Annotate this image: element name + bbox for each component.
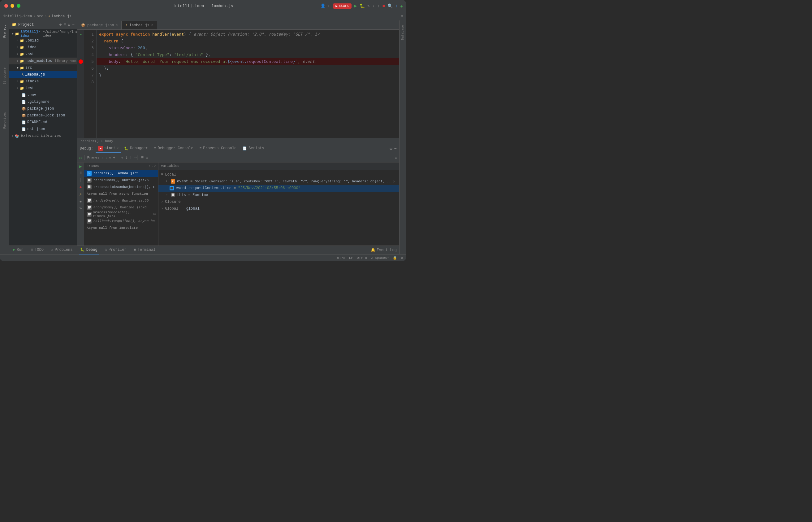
structure-icon[interactable]: ⊞: [401, 14, 403, 19]
tree-item-sst[interactable]: › 📁 .sst: [9, 51, 77, 58]
debug-minimize-icon[interactable]: −: [394, 146, 397, 151]
breakpoint-icon-side[interactable]: ●: [79, 185, 82, 190]
step-over-btn[interactable]: ↷: [367, 3, 370, 9]
maximize-button[interactable]: [17, 4, 20, 8]
bottom-tab-problems[interactable]: ⚠ Problems: [50, 246, 74, 255]
tab-lambda-js[interactable]: λ lambda.js ×: [122, 21, 157, 29]
frame-anonymous[interactable]: ⬜ anonymous(), Runtime.js:46: [84, 204, 158, 211]
breadcrumb-file[interactable]: λ lambda.js: [48, 14, 71, 19]
project-panel-icons[interactable]: ⊕ ≡ ⚙ −: [59, 22, 75, 27]
tree-item-test[interactable]: › 📁 test: [9, 85, 77, 92]
filter-icon[interactable]: ▽: [109, 156, 111, 160]
project-tab[interactable]: Project: [1, 22, 8, 41]
minimize-panel-icon[interactable]: −: [72, 22, 75, 27]
user-icon[interactable]: 👤: [320, 3, 326, 9]
run-config-btn[interactable]: ▶start: [333, 3, 352, 9]
section-global[interactable]: › Global = global: [159, 205, 399, 212]
frame-process-immediate[interactable]: ⬜ processImmediate(), timers.js:4 ∞: [84, 211, 158, 218]
layout-icon[interactable]: ⊟: [395, 155, 397, 160]
run-btn[interactable]: ▶: [354, 3, 357, 9]
run-to-cursor-btn[interactable]: →|: [134, 155, 139, 160]
bottom-tab-run[interactable]: ▶ Run: [12, 246, 25, 255]
frame-callback-trampoline[interactable]: ⬜ callbackTrampoline(), async_hc: [84, 218, 158, 224]
bottom-tab-profiler[interactable]: ◎ Profiler: [104, 246, 128, 255]
step-over-btn-debug[interactable]: ↷: [121, 155, 123, 160]
settings-icon-status[interactable]: ⚙: [401, 256, 403, 260]
collapse-frames-icon[interactable]: ↓: [105, 156, 107, 159]
tree-item-package-json[interactable]: 📦 package.json: [9, 105, 77, 112]
tab-package-json[interactable]: 📦 package.json ×: [77, 21, 122, 29]
frame-handleonce-69[interactable]: ⬜ handleOnce(), Runtime.js:69: [84, 197, 158, 204]
window-controls[interactable]: [4, 4, 20, 8]
tree-item-package-lock[interactable]: 📦 package-lock.json: [9, 112, 77, 119]
database-label[interactable]: Database: [401, 25, 404, 40]
more-icon-side[interactable]: »: [79, 206, 82, 211]
tree-item-lambda[interactable]: λ lambda.js: [9, 71, 77, 78]
search-btn[interactable]: 🔍: [388, 3, 393, 9]
debug-session-tab[interactable]: ▶ start ×: [96, 144, 121, 153]
frame-handler[interactable]: λ handler(), lambda.js:5: [84, 170, 158, 177]
tree-root[interactable]: ▼ 📁 intellij-idea ~/Sites/fwang/intellij…: [9, 31, 77, 37]
tree-item-build[interactable]: › 📁 .build: [9, 37, 77, 44]
indent[interactable]: 2 spaces*: [371, 256, 389, 260]
restart-debug-icon[interactable]: ↺: [79, 155, 82, 160]
cursor-position[interactable]: 5:78: [337, 256, 345, 260]
debug-right-icons[interactable]: ⊟: [395, 155, 397, 160]
tree-item-stacks[interactable]: › 📁 stacks: [9, 78, 77, 85]
stop-btn[interactable]: ■: [382, 3, 385, 8]
step-into-btn-debug[interactable]: ↓: [125, 155, 127, 160]
tree-item-node-modules[interactable]: › 📁 node_modules library root: [9, 58, 77, 64]
var-event-time[interactable]: ⬛ event.requestContext.time = "25/Nov/20…: [159, 185, 399, 192]
back-icon[interactable]: ←: [328, 3, 331, 8]
frames-down-icon[interactable]: ↓: [151, 164, 153, 168]
var-this[interactable]: › ⬜ this = Runtime: [159, 192, 399, 198]
collapse-icon[interactable]: ≡: [64, 22, 66, 27]
bottom-tab-terminal[interactable]: ▣ Terminal: [133, 246, 157, 255]
close-button[interactable]: [4, 4, 8, 8]
update-btn[interactable]: ↑: [395, 3, 398, 8]
step-out-btn[interactable]: ↑: [377, 3, 380, 8]
event-log-btn[interactable]: 🔔 Event Log: [371, 248, 397, 252]
plugin-btn[interactable]: ◈: [400, 3, 403, 9]
bottom-tab-debug[interactable]: 🐛 Debug: [79, 246, 99, 255]
settings-icon[interactable]: ⚙: [68, 22, 70, 27]
add-frame-icon[interactable]: +: [113, 156, 116, 160]
bottom-tab-todo[interactable]: ≡ TODO: [30, 246, 45, 255]
code-editor[interactable]: → 1 2 3 4 5: [77, 30, 399, 138]
encoding[interactable]: UTF-8: [357, 256, 367, 260]
tree-item-gitignore[interactable]: 📄 .gitignore: [9, 98, 77, 105]
debug-tab-actions[interactable]: ⚙ −: [390, 146, 397, 152]
debug-tab-console[interactable]: ≡ Debugger Console: [151, 144, 196, 153]
tree-item-src[interactable]: ▼ 📁 src: [9, 64, 77, 71]
section-closure[interactable]: › Closure: [159, 198, 399, 205]
tree-item-readme[interactable]: 📄 README.md: [9, 119, 77, 126]
breadcrumb-src[interactable]: src: [37, 14, 44, 19]
debug-tab-scripts[interactable]: 📄 Scripts: [240, 144, 267, 153]
var-event[interactable]: › E event = Object {version: "2.0", rout…: [159, 178, 399, 185]
step-out-btn-debug[interactable]: ↑: [130, 155, 132, 160]
code-content[interactable]: export async function handler(event) { e…: [97, 30, 399, 138]
favorites-tab[interactable]: Favorites: [1, 111, 8, 130]
lightning-icon-side[interactable]: ⚡: [79, 192, 82, 197]
tab-close-lambda-js[interactable]: ×: [151, 23, 153, 27]
structure-tab[interactable]: Structure: [1, 66, 8, 85]
stream-btn[interactable]: ⊞: [145, 155, 148, 160]
breadcrumb-project[interactable]: intellij-idea: [3, 14, 32, 19]
star-icon-side[interactable]: ★: [79, 199, 82, 204]
step-into-btn[interactable]: ↓: [372, 3, 375, 8]
section-local[interactable]: ▼ Local: [159, 171, 399, 178]
minimize-button[interactable]: [11, 4, 14, 8]
frame-process-ticks[interactable]: ⬜ processTicksAndRejections(), t: [84, 184, 158, 190]
line-ending[interactable]: LF: [349, 256, 353, 260]
play-icon-side[interactable]: ▶: [79, 164, 82, 169]
tree-item-sst-json[interactable]: 📄 sst.json: [9, 126, 77, 133]
locate-icon[interactable]: ⊕: [59, 22, 62, 27]
frame-handleonce-76[interactable]: ⬜ handleOnce(), Runtime.js:76: [84, 177, 158, 184]
breadcrumb-actions[interactable]: ⊞: [401, 14, 403, 19]
session-close[interactable]: ×: [117, 147, 119, 150]
expand-frames-icon[interactable]: ↑: [101, 156, 103, 159]
evaluate-btn[interactable]: ≡: [141, 155, 144, 160]
frames-controls[interactable]: ↑ ↓ ▽: [149, 164, 155, 168]
debug-settings-icon[interactable]: ⚙: [390, 146, 392, 152]
debug-btn[interactable]: 🐛: [359, 3, 365, 9]
